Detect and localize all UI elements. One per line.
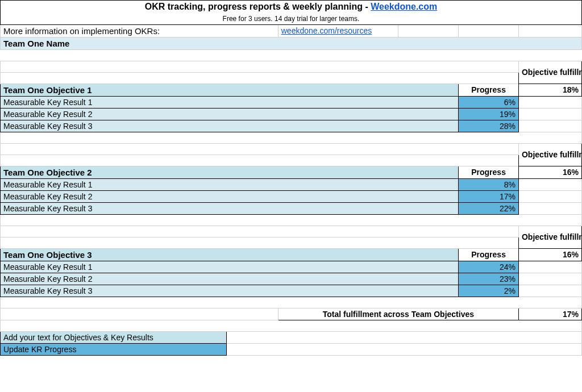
kr-label[interactable]: Measurable Key Result 1	[1, 96, 459, 108]
objective-title[interactable]: Team One Objective 3	[1, 248, 459, 261]
kr-progress[interactable]: 17%	[459, 190, 519, 202]
note-update[interactable]: Update KR Progress	[1, 343, 227, 355]
kr-progress[interactable]: 2%	[459, 285, 519, 297]
empty-cell[interactable]	[398, 24, 459, 37]
empty-cell[interactable]	[518, 24, 581, 37]
kr-label[interactable]: Measurable Key Result 2	[1, 190, 459, 202]
kr-progress[interactable]: 24%	[459, 261, 519, 273]
progress-header: Progress	[459, 84, 519, 96]
kr-progress[interactable]: 19%	[459, 108, 519, 120]
progress-header: Progress	[459, 248, 519, 261]
empty-cell[interactable]	[1, 237, 519, 248]
page-subtitle: Free for 3 users. 14 day trial for large…	[1, 13, 582, 24]
empty-cell[interactable]	[518, 273, 581, 285]
objective-fulfillment-value[interactable]: 18%	[518, 84, 581, 96]
kr-label[interactable]: Measurable Key Result 3	[1, 202, 459, 214]
objective-fulfillment-header: Objective fulfillment	[518, 226, 581, 248]
empty-cell[interactable]	[1, 72, 519, 84]
team-name[interactable]: Team One Name	[1, 37, 582, 49]
empty-cell[interactable]	[1, 132, 582, 143]
kr-label[interactable]: Measurable Key Result 3	[1, 120, 459, 132]
info-link[interactable]: weekdone.com/resources	[281, 26, 372, 35]
empty-cell[interactable]	[227, 343, 582, 355]
total-value[interactable]: 17%	[518, 308, 581, 320]
empty-cell[interactable]	[518, 96, 581, 108]
empty-cell[interactable]	[227, 331, 582, 343]
kr-label[interactable]: Measurable Key Result 1	[1, 178, 459, 190]
empty-cell[interactable]	[518, 261, 581, 273]
total-label: Total fulfillment across Team Objectives	[278, 308, 518, 320]
progress-header: Progress	[459, 166, 519, 178]
kr-label[interactable]: Measurable Key Result 1	[1, 261, 459, 273]
objective-fulfillment-value[interactable]: 16%	[518, 248, 581, 261]
empty-cell[interactable]	[518, 202, 581, 214]
objective-fulfillment-header: Objective fulfillment	[518, 61, 581, 84]
empty-cell[interactable]	[1, 308, 278, 320]
empty-cell[interactable]	[518, 108, 581, 120]
empty-cell[interactable]	[518, 190, 581, 202]
info-link-cell[interactable]: weekdone.com/resources	[278, 24, 398, 37]
empty-cell[interactable]	[1, 297, 582, 308]
kr-progress[interactable]: 28%	[459, 120, 519, 132]
objective-fulfillment-header: Objective fulfillment	[518, 143, 581, 166]
empty-cell[interactable]	[1, 155, 519, 166]
empty-cell[interactable]	[1, 214, 582, 226]
objective-fulfillment-value[interactable]: 16%	[518, 166, 581, 178]
kr-progress[interactable]: 6%	[459, 96, 519, 108]
empty-cell[interactable]	[1, 226, 519, 237]
empty-cell[interactable]	[518, 285, 581, 297]
info-label: More information on implementing OKRs:	[1, 24, 278, 37]
empty-cell[interactable]	[1, 143, 519, 155]
kr-progress[interactable]: 23%	[459, 273, 519, 285]
kr-progress[interactable]: 22%	[459, 202, 519, 214]
kr-progress[interactable]: 8%	[459, 178, 519, 190]
note-add-text[interactable]: Add your text for Objectives & Key Resul…	[1, 331, 227, 343]
empty-cell[interactable]	[459, 24, 519, 37]
title-prefix: OKR tracking, progress reports & weekly …	[145, 2, 371, 11]
kr-label[interactable]: Measurable Key Result 3	[1, 285, 459, 297]
empty-cell[interactable]	[518, 178, 581, 190]
objective-title[interactable]: Team One Objective 1	[1, 84, 459, 96]
spreadsheet[interactable]: OKR tracking, progress reports & weekly …	[0, 0, 582, 356]
empty-cell[interactable]	[1, 49, 582, 61]
title-link[interactable]: Weekdone.com	[371, 2, 437, 11]
page-title: OKR tracking, progress reports & weekly …	[1, 1, 582, 14]
empty-cell[interactable]	[1, 320, 582, 331]
empty-cell[interactable]	[518, 120, 581, 132]
kr-label[interactable]: Measurable Key Result 2	[1, 108, 459, 120]
kr-label[interactable]: Measurable Key Result 2	[1, 273, 459, 285]
objective-title[interactable]: Team One Objective 2	[1, 166, 459, 178]
empty-cell[interactable]	[1, 61, 519, 72]
